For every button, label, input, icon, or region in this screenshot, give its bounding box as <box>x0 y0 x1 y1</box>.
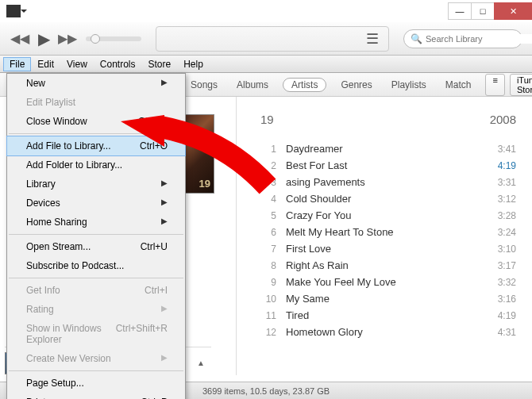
track-row[interactable]: 7First Love3:10 <box>260 240 516 257</box>
track-title: Melt My Heart To Stone <box>286 226 498 238</box>
search-field[interactable]: 🔍 <box>403 29 522 48</box>
play-button[interactable]: ▶ <box>33 29 54 49</box>
track-duration: 3:31 <box>498 177 516 188</box>
menu-item-edit-playlist: Edit Playlist <box>7 93 185 112</box>
menu-item-label: Page Setup... <box>26 378 84 389</box>
search-icon: 🔍 <box>411 33 422 44</box>
toolbar: ◀◀ ▶ ▶▶ ☰ 🔍 <box>0 22 532 56</box>
tab-albums[interactable]: Albums <box>232 78 273 92</box>
track-duration: 3:16 <box>498 293 516 305</box>
track-duration: 4:31 <box>498 327 516 338</box>
track-title: asing Pavements <box>286 176 498 188</box>
menu-item-add-folder-to-library[interactable]: Add Folder to Library... <box>7 155 185 175</box>
menu-shortcut: Ctrl+Shift+R <box>116 323 168 345</box>
menu-file[interactable]: File <box>3 57 31 71</box>
tab-match[interactable]: Match <box>441 78 476 92</box>
tab-songs[interactable]: Songs <box>186 78 222 92</box>
menu-item-add-file-to-library[interactable]: Add File to Library...Ctrl+O <box>6 136 186 156</box>
track-row[interactable]: 9Make You Feel My Love3:32 <box>260 274 516 290</box>
track-duration: 3:32 <box>498 277 516 288</box>
menu-store[interactable]: Store <box>142 57 178 71</box>
itunes-store-button[interactable]: iTunes Store <box>510 74 532 96</box>
track-row[interactable]: 11Tired4:19 <box>260 307 516 324</box>
track-title: My Same <box>286 293 498 305</box>
titlebar: — □ ✕ <box>0 0 532 22</box>
close-button[interactable]: ✕ <box>494 2 532 20</box>
submenu-arrow-icon: ▶ <box>161 178 168 190</box>
menu-shortcut: Ctrl+I <box>145 285 168 296</box>
menu-shortcut: Ctrl+U <box>141 241 168 252</box>
window-controls: — □ ✕ <box>449 2 532 20</box>
track-title: Make You Feel My Love <box>286 276 498 288</box>
menu-controls[interactable]: Controls <box>94 57 142 71</box>
menu-item-label: Show in Windows Explorer <box>26 323 116 345</box>
maximize-button[interactable]: □ <box>471 2 495 20</box>
track-number: 9 <box>260 277 276 288</box>
menu-view[interactable]: View <box>60 57 94 71</box>
track-title: Right As Rain <box>286 259 498 271</box>
list-view-icon[interactable]: ☰ <box>366 30 379 48</box>
menu-shortcut: Ctrl+W <box>138 116 168 127</box>
prev-button[interactable]: ◀◀ <box>10 29 30 49</box>
track-title: First Love <box>286 243 498 255</box>
track-row[interactable]: 3asing Pavements3:31 <box>260 174 516 190</box>
track-number: 5 <box>260 210 276 221</box>
track-number: 2 <box>260 160 276 171</box>
menu-item-home-sharing[interactable]: Home Sharing▶ <box>7 213 185 232</box>
track-row[interactable]: 5Crazy For You3:28 <box>260 207 516 224</box>
track-title: Crazy For You <box>286 209 498 221</box>
menu-item-label: Library <box>26 178 56 190</box>
menu-item-label: Add Folder to Library... <box>26 159 122 171</box>
next-button[interactable]: ▶▶ <box>57 29 78 49</box>
submenu-arrow-icon: ▶ <box>161 304 168 315</box>
menubar: FileEditViewControlsStoreHelp <box>0 56 532 73</box>
track-row[interactable]: 2Best For Last4:19 <box>260 157 516 174</box>
menu-item-label: Home Sharing <box>26 217 87 228</box>
track-row[interactable]: 8Right As Rain3:17 <box>260 257 516 274</box>
volume-slider[interactable] <box>86 36 141 41</box>
view-options-button[interactable]: ≡ <box>485 74 504 96</box>
search-input[interactable] <box>426 34 532 44</box>
track-row[interactable]: 1Daydreamer3:41 <box>260 140 516 157</box>
menu-separator <box>9 133 183 134</box>
track-number: 6 <box>260 227 276 238</box>
track-number: 10 <box>260 293 276 305</box>
menu-edit[interactable]: Edit <box>31 57 60 71</box>
menu-item-page-setup[interactable]: Page Setup... <box>7 374 185 393</box>
menu-item-new[interactable]: New▶ <box>7 74 185 93</box>
menu-help[interactable]: Help <box>177 57 210 71</box>
menu-item-create-new-version: Create New Version▶ <box>7 349 185 368</box>
menu-item-label: Close Window <box>26 116 87 127</box>
menu-item-library[interactable]: Library▶ <box>7 175 185 194</box>
track-number: 8 <box>260 260 276 271</box>
menu-separator <box>9 278 183 278</box>
chevron-up-icon[interactable]: ▲ <box>197 359 205 367</box>
track-number: 1 <box>260 144 276 155</box>
menu-item-open-stream[interactable]: Open Stream...Ctrl+U <box>7 237 185 256</box>
track-title: Hometown Glory <box>286 326 498 338</box>
submenu-arrow-icon: ▶ <box>161 198 168 209</box>
album-title: 19 <box>260 113 274 126</box>
track-duration: 3:28 <box>498 210 516 221</box>
track-duration: 3:41 <box>498 144 516 155</box>
menu-item-close-window[interactable]: Close WindowCtrl+W <box>7 112 185 131</box>
track-row[interactable]: 12Hometown Glory4:31 <box>260 324 516 340</box>
submenu-arrow-icon: ▶ <box>161 78 168 89</box>
track-row[interactable]: 10My Same3:16 <box>260 290 516 307</box>
menu-item-subscribe-to-podcast[interactable]: Subscribe to Podcast... <box>7 256 185 275</box>
menu-item-print[interactable]: Print...Ctrl+P <box>7 393 185 399</box>
menu-item-label: Get Info <box>26 285 60 296</box>
menu-shortcut: Ctrl+O <box>140 140 168 152</box>
menu-item-devices[interactable]: Devices▶ <box>7 194 185 213</box>
tab-artists[interactable]: Artists <box>283 78 326 92</box>
volume-thumb[interactable] <box>91 34 100 44</box>
minimize-button[interactable]: — <box>448 2 472 20</box>
tab-playlists[interactable]: Playlists <box>387 78 431 92</box>
menu-item-label: Subscribe to Podcast... <box>26 260 124 271</box>
app-icon[interactable] <box>6 5 21 17</box>
track-row[interactable]: 4Cold Shoulder3:12 <box>260 190 516 207</box>
track-row[interactable]: 6Melt My Heart To Stone3:24 <box>260 224 516 240</box>
track-title: Cold Shoulder <box>286 193 498 205</box>
file-menu-dropdown: New▶Edit PlaylistClose WindowCtrl+WAdd F… <box>6 73 186 399</box>
tab-genres[interactable]: Genres <box>336 78 376 92</box>
